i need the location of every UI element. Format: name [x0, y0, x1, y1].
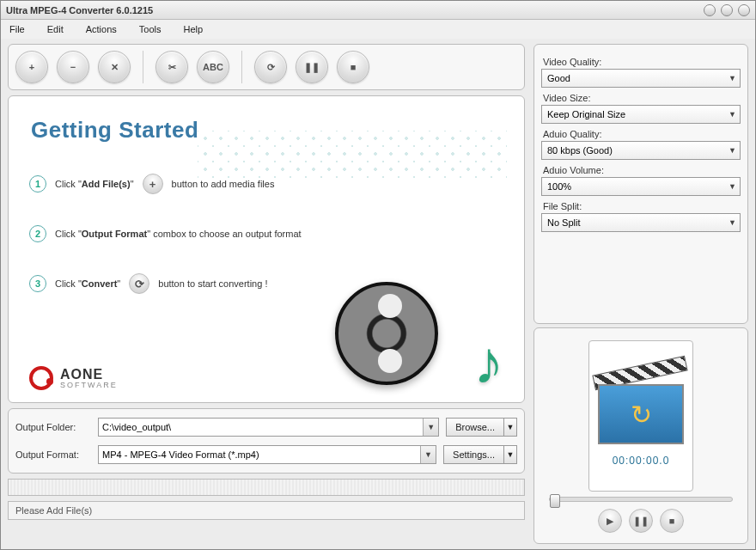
plus-icon: + [29, 62, 34, 72]
video-quality-label: Video Quality: [543, 57, 741, 67]
stop-button[interactable]: ■ [337, 51, 369, 83]
stop-icon: ■ [669, 516, 675, 526]
minimize-button[interactable] [704, 4, 716, 16]
main-toolbar: + − ✕ ✂ ABC ⟳ ❚❚ ■ [8, 44, 525, 90]
plus-icon: + [143, 174, 163, 194]
step-number-icon: 2 [29, 225, 46, 242]
menu-help[interactable]: Help [183, 24, 203, 34]
step-number-icon: 3 [29, 275, 46, 292]
video-quality-select[interactable]: Good▼ [541, 69, 741, 88]
toolbar-divider [143, 51, 143, 83]
video-size-select[interactable]: Keep Original Size▼ [541, 105, 741, 124]
output-folder-label: Output Folder: [15, 422, 91, 432]
chevron-down-icon: ▼ [729, 110, 736, 119]
close-button[interactable] [738, 4, 750, 16]
preview-placeholder-icon: ↻ [589, 365, 692, 451]
step-number-icon: 1 [29, 175, 46, 192]
pause-preview-button[interactable]: ❚❚ [629, 509, 653, 533]
file-split-select[interactable]: No Split▼ [541, 213, 741, 232]
menu-edit[interactable]: Edit [47, 24, 64, 34]
preview-area: ↻ 00:00:00.0 [588, 340, 693, 492]
cut-button[interactable]: ✂ [155, 51, 188, 83]
maximize-button[interactable] [721, 4, 733, 16]
aone-ring-icon [29, 366, 53, 390]
minus-icon: − [70, 62, 76, 72]
status-text: Please Add File(s) [15, 505, 92, 516]
stop-icon: ■ [351, 62, 357, 72]
settings-panel: Video Quality: Good▼ Video Size: Keep Or… [533, 44, 748, 324]
audio-quality-select[interactable]: 80 kbps (Good)▼ [541, 141, 741, 160]
play-button[interactable]: ▶ [598, 509, 622, 533]
x-icon: ✕ [111, 62, 119, 73]
step-2: 2 Click "Output Format" combox to choose… [29, 225, 390, 242]
seek-slider[interactable] [549, 497, 732, 502]
settings-button[interactable]: Settings... [443, 445, 503, 464]
settings-dropdown[interactable]: ▼ [503, 445, 517, 464]
add-file-button[interactable]: + [15, 51, 48, 83]
browse-split-button[interactable]: Browse... ▼ [446, 418, 517, 437]
audio-volume-label: Aduio Volume: [543, 165, 741, 175]
music-note-icon: ♪ [473, 328, 503, 397]
chevron-down-icon: ▼ [729, 182, 736, 191]
file-split-label: File Split: [543, 201, 741, 211]
pause-icon: ❚❚ [633, 516, 649, 527]
toolbar-divider [241, 51, 242, 83]
timecode: 00:00:00.0 [613, 455, 670, 467]
audio-quality-label: Aduio Quality: [543, 129, 741, 139]
refresh-icon: ⟳ [129, 273, 149, 294]
getting-started-title: Getting Started [31, 117, 198, 144]
progress-bar [8, 479, 525, 496]
chevron-down-icon[interactable]: ▼ [423, 419, 438, 436]
play-icon: ▶ [607, 516, 613, 527]
clear-button[interactable]: ✕ [98, 51, 131, 83]
settings-split-button[interactable]: Settings... ▼ [443, 445, 517, 464]
stop-preview-button[interactable]: ■ [660, 509, 684, 533]
output-format-combo[interactable]: MP4 - MPEG-4 Video Format (*.mp4) ▼ [98, 445, 436, 464]
menu-file[interactable]: File [9, 24, 25, 34]
pause-icon: ❚❚ [304, 62, 320, 73]
chevron-down-icon: ▼ [729, 74, 736, 82]
menu-bar: File Edit Actions Tools Help [1, 20, 755, 39]
menu-tools[interactable]: Tools [139, 24, 162, 34]
window-title: Ultra MPEG-4 Converter 6.0.1215 [6, 5, 704, 15]
menu-actions[interactable]: Actions [86, 24, 117, 34]
refresh-icon: ⟳ [267, 62, 275, 73]
remove-file-button[interactable]: − [57, 51, 89, 83]
output-folder-combo[interactable]: C:\video_output\ ▼ [98, 418, 439, 437]
title-bar: Ultra MPEG-4 Converter 6.0.1215 [1, 1, 755, 20]
abc-icon: ABC [203, 62, 223, 72]
chevron-down-icon: ▼ [729, 146, 736, 155]
film-reel-graphic [335, 282, 447, 394]
scissors-icon: ✂ [168, 62, 176, 73]
chevron-down-icon: ▼ [729, 218, 736, 227]
browse-button[interactable]: Browse... [446, 418, 503, 437]
brand-logo: AONE SOFTWARE [29, 366, 118, 390]
step-1: 1 Click "Add File(s)" + button to add me… [29, 174, 390, 194]
video-size-label: Video Size: [543, 93, 741, 103]
rename-button[interactable]: ABC [197, 51, 229, 83]
browse-dropdown[interactable]: ▼ [503, 418, 517, 437]
audio-volume-select[interactable]: 100%▼ [541, 177, 741, 196]
status-bar: Please Add File(s) [8, 501, 525, 520]
output-format-label: Output Format: [15, 449, 91, 460]
chevron-down-icon[interactable]: ▼ [420, 446, 436, 463]
output-panel: Output Folder: C:\video_output\ ▼ Browse… [8, 408, 525, 474]
pause-button[interactable]: ❚❚ [296, 51, 328, 83]
getting-started-panel: Getting Started 1 Click "Add File(s)" + … [8, 95, 525, 403]
convert-button[interactable]: ⟳ [254, 51, 287, 83]
preview-panel: ↻ 00:00:00.0 ▶ ❚❚ ■ [533, 327, 748, 544]
cycle-icon: ↻ [631, 400, 652, 430]
app-window: Ultra MPEG-4 Converter 6.0.1215 File Edi… [0, 0, 756, 550]
